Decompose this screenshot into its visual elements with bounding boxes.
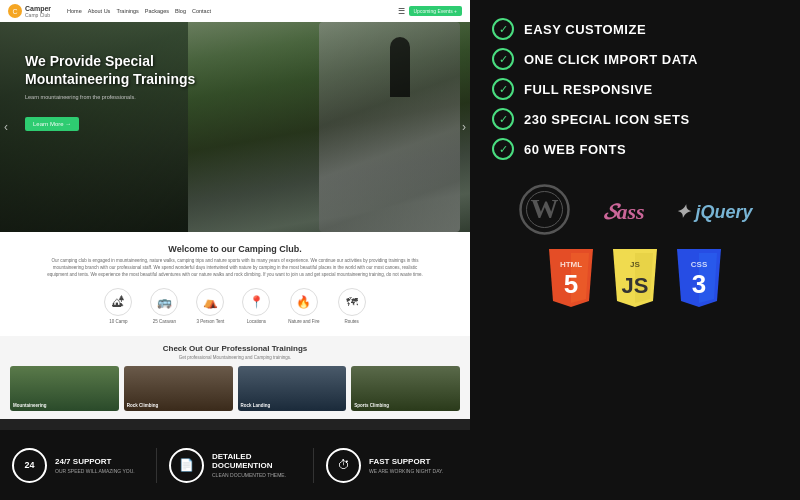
- sass-logo: 𝓢ass: [603, 199, 644, 225]
- welcome-text: Our camping club is engaged in mountaine…: [45, 258, 425, 278]
- css3-shield: CSS 3: [673, 249, 725, 307]
- hero-cta-button[interactable]: Learn More →: [25, 117, 79, 131]
- check-icon: ✓: [492, 78, 514, 100]
- training-card-label: Rock Landing: [241, 403, 271, 408]
- nav-logo: C Camper Camp Club: [8, 4, 51, 18]
- left-panel: C Camper Camp Club Home About Us Trainin…: [0, 0, 470, 500]
- svg-text:JS: JS: [622, 273, 649, 298]
- fire-icon: 🔥: [290, 288, 318, 316]
- wordpress-logo: W: [517, 182, 572, 241]
- support-item: 24 24/7 SUPPORT OUR SPEED WILL AMAZING Y…: [0, 448, 157, 483]
- nav-bar: C Camper Camp Club Home About Us Trainin…: [0, 0, 470, 22]
- amenities-icons-row: 🏕 10 Camp 🚌 25 Caravan ⛺ 3 Person Tent 📍…: [20, 288, 450, 324]
- training-card-label: Rock Climbing: [127, 403, 159, 408]
- tech-row-2: HTML 5 JS JS CSS 3: [492, 249, 778, 307]
- hamburger-icon: ☰: [398, 7, 405, 16]
- nav-link: Home: [67, 8, 82, 14]
- check-icon: ✓: [492, 48, 514, 70]
- check-icon: ✓: [492, 108, 514, 130]
- welcome-title: Welcome to our Camping Club.: [20, 244, 450, 254]
- trainings-section: Check Out Our Professional Trainings Get…: [0, 336, 470, 419]
- training-card-rock-climbing[interactable]: Rock Climbing: [124, 366, 233, 411]
- icon-fire: 🔥 Nature and Fire: [288, 288, 319, 324]
- routes-label: Routes: [344, 319, 358, 324]
- camp-icon: 🏕: [104, 288, 132, 316]
- support-icon: 24: [12, 448, 47, 483]
- feature-label: 60 WEB FONTS: [524, 142, 626, 157]
- css3-shield-svg: CSS 3: [673, 249, 725, 307]
- feature-label: EASY CUSTOMIZE: [524, 22, 646, 37]
- feature-label: FULL RESPONSIVE: [524, 82, 653, 97]
- trainings-subtitle: Get professional Mountaineering and Camp…: [10, 355, 460, 360]
- icon-caravan: 🚌 25 Caravan: [150, 288, 178, 324]
- bottom-bar: 24 24/7 SUPPORT OUR SPEED WILL AMAZING Y…: [0, 430, 470, 500]
- upcoming-events-btn[interactable]: Upcoming Events +: [409, 6, 463, 16]
- nav-link: About Us: [88, 8, 111, 14]
- feature-icon-sets: ✓ 230 SPECIAL ICON SETS: [492, 108, 778, 130]
- locations-label: Locations: [247, 319, 266, 324]
- icon-locations: 📍 Locations: [242, 288, 270, 324]
- nav-link: Trainings: [116, 8, 138, 14]
- svg-text:5: 5: [564, 269, 578, 299]
- feature-label: 230 SPECIAL ICON SETS: [524, 112, 690, 127]
- nav-link: Blog: [175, 8, 186, 14]
- support-text: 24/7 SUPPORT OUR SPEED WILL AMAZING YOU.: [55, 457, 135, 474]
- icon-routes: 🗺 Routes: [338, 288, 366, 324]
- welcome-section: Welcome to our Camping Club. Our camping…: [0, 232, 470, 336]
- fast-support-item: ⏱ FAST SUPPORT WE ARE WORKING NIGHT DAY.: [314, 448, 470, 483]
- location-icon: 📍: [242, 288, 270, 316]
- nav-links: Home About Us Trainings Packages Blog Co…: [67, 8, 211, 14]
- svg-text:CSS: CSS: [691, 260, 708, 269]
- js-shield: JS JS: [609, 249, 661, 307]
- logo-icon: C: [8, 4, 22, 18]
- tech-logos-area: W 𝓢ass ✦ jQuery HTML 5: [492, 182, 778, 307]
- fast-support-text: FAST SUPPORT WE ARE WORKING NIGHT DAY.: [369, 457, 443, 474]
- support-sub: OUR SPEED WILL AMAZING YOU.: [55, 468, 135, 474]
- caravan-label: 25 Caravan: [153, 319, 176, 324]
- docs-sub: CLEAN DOCUMENTED THEME.: [212, 472, 301, 478]
- svg-text:3: 3: [692, 269, 706, 299]
- js-shield-svg: JS JS: [609, 249, 661, 307]
- docs-text: DETAILED DOCUMENTION CLEAN DOCUMENTED TH…: [212, 452, 301, 478]
- tent-label: 3 Person Tent: [197, 319, 225, 324]
- routes-icon: 🗺: [338, 288, 366, 316]
- check-icon: ✓: [492, 138, 514, 160]
- caravan-icon: 🚌: [150, 288, 178, 316]
- hero-prev-arrow[interactable]: ‹: [4, 120, 8, 134]
- nav-right: ☰ Upcoming Events +: [398, 6, 463, 16]
- tent-icon: ⛺: [196, 288, 224, 316]
- fast-support-sub: WE ARE WORKING NIGHT DAY.: [369, 468, 443, 474]
- feature-full-responsive: ✓ FULL RESPONSIVE: [492, 78, 778, 100]
- svg-text:JS: JS: [630, 260, 640, 269]
- right-panel: ✓ EASY CUSTOMIZE ✓ ONE CLICK IMPORT DATA…: [470, 0, 800, 500]
- support-title: 24/7 SUPPORT: [55, 457, 135, 466]
- jquery-logo: ✦ jQuery: [675, 201, 752, 223]
- feature-one-click-import: ✓ ONE CLICK IMPORT DATA: [492, 48, 778, 70]
- check-icon: ✓: [492, 18, 514, 40]
- tech-row-1: W 𝓢ass ✦ jQuery: [492, 182, 778, 241]
- climber-silhouette: [390, 37, 410, 97]
- svg-text:W: W: [531, 193, 559, 224]
- docs-title: DETAILED DOCUMENTION: [212, 452, 301, 470]
- features-list: ✓ EASY CUSTOMIZE ✓ ONE CLICK IMPORT DATA…: [492, 18, 778, 160]
- icon-tent: ⛺ 3 Person Tent: [196, 288, 224, 324]
- training-card-label: Mountaineering: [13, 403, 47, 408]
- wordpress-svg: W: [517, 182, 572, 237]
- trainings-title: Check Out Our Professional Trainings: [10, 344, 460, 353]
- icon-camp: 🏕 10 Camp: [104, 288, 132, 324]
- nav-link: Packages: [145, 8, 169, 14]
- hero-next-arrow[interactable]: ›: [462, 120, 466, 134]
- training-card-sports-climbing[interactable]: Sports Climbing: [351, 366, 460, 411]
- trainings-grid: Mountaineering Rock Climbing Rock Landin…: [10, 366, 460, 411]
- training-card-mountaineering[interactable]: Mountaineering: [10, 366, 119, 411]
- website-preview: C Camper Camp Club Home About Us Trainin…: [0, 0, 470, 500]
- feature-web-fonts: ✓ 60 WEB FONTS: [492, 138, 778, 160]
- sass-text: 𝓢ass: [603, 199, 644, 224]
- fire-label: Nature and Fire: [288, 319, 319, 324]
- camp-label: 10 Camp: [109, 319, 127, 324]
- feature-label: ONE CLICK IMPORT DATA: [524, 52, 698, 67]
- training-card-rock-landing[interactable]: Rock Landing: [238, 366, 347, 411]
- feature-easy-customize: ✓ EASY CUSTOMIZE: [492, 18, 778, 40]
- hero-section: ‹ We Provide Special Mountaineering Trai…: [0, 22, 470, 232]
- hero-subtitle: Learn mountaineering from the profession…: [25, 94, 205, 102]
